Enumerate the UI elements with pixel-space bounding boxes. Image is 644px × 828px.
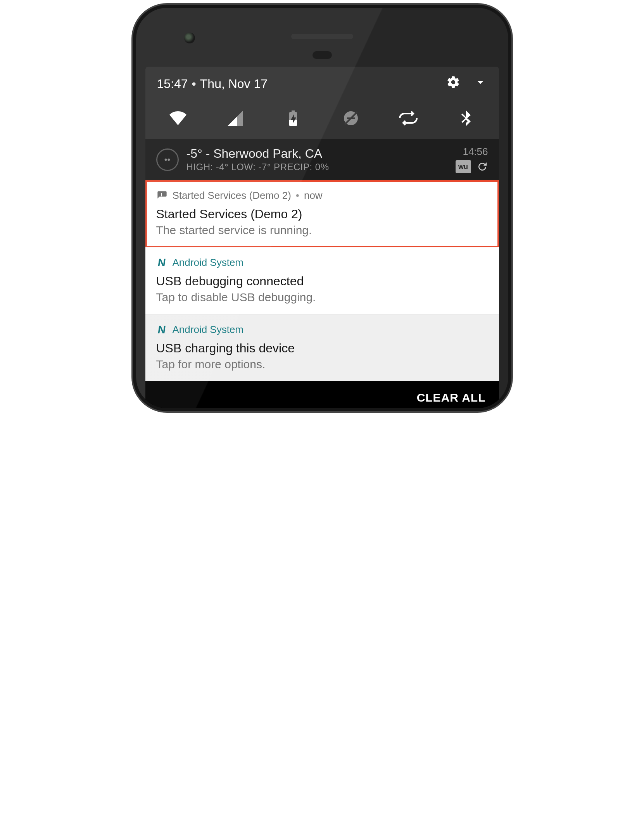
separator-dot: •	[192, 77, 196, 91]
battery-tile[interactable]	[283, 109, 303, 128]
do-not-disturb-tile[interactable]	[341, 109, 361, 128]
notification-list: Started Services (Demo 2) • now Started …	[145, 180, 499, 381]
weather-details: HIGH: -4° LOW: -7° PRECIP: 0%	[186, 162, 448, 172]
quick-settings-tiles	[145, 101, 499, 139]
notification-when: now	[304, 190, 323, 202]
phone-bezel-top	[145, 20, 499, 55]
weather-notification[interactable]: •• -5° - Sherwood Park, CA HIGH: -4° LOW…	[145, 139, 499, 180]
quick-settings-header[interactable]: 15:47 • Thu, Nov 17	[145, 67, 499, 101]
bluetooth-tile[interactable]	[456, 109, 476, 128]
separator-dot: •	[296, 190, 299, 202]
refresh-icon[interactable]	[477, 161, 488, 172]
cellular-tile[interactable]	[226, 109, 245, 128]
notification-usb-charging[interactable]: N Android System USB charging this devic…	[145, 314, 499, 381]
settings-icon[interactable]	[446, 75, 460, 92]
time-date[interactable]: 15:47 • Thu, Nov 17	[157, 77, 268, 91]
clock-date: Thu, Nov 17	[200, 77, 268, 91]
notification-app-name: Started Services (Demo 2)	[173, 190, 291, 202]
notification-title: USB charging this device	[156, 341, 488, 355]
weather-provider-badge: wu	[456, 160, 471, 173]
earpiece-speaker	[291, 34, 353, 39]
chevron-down-icon[interactable]	[473, 75, 487, 92]
notification-body: Tap for more options.	[156, 358, 488, 371]
clock-time: 15:47	[157, 77, 188, 91]
screen: 15:47 • Thu, Nov 17	[145, 67, 499, 408]
notification-body: The started service is running.	[156, 224, 488, 237]
clear-all-label: CLEAR ALL	[417, 391, 486, 404]
notification-app-name: Android System	[173, 324, 244, 336]
weather-title: -5° - Sherwood Park, CA	[186, 147, 448, 161]
android-n-icon: N	[156, 324, 168, 336]
wifi-tile[interactable]	[168, 109, 188, 128]
notification-app-name: Android System	[173, 257, 244, 269]
notification-title: Started Services (Demo 2)	[156, 207, 488, 221]
notification-usb-debugging[interactable]: N Android System USB debugging connected…	[145, 247, 499, 314]
phone-frame: 15:47 • Thu, Nov 17	[136, 8, 508, 408]
weather-timestamp: 14:56	[463, 146, 488, 158]
notification-started-services[interactable]: Started Services (Demo 2) • now Started …	[145, 180, 499, 247]
android-n-icon: N	[156, 257, 168, 269]
weather-condition-icon: ••	[156, 148, 179, 171]
notification-body: Tap to disable USB debugging.	[156, 291, 488, 304]
proximity-sensor	[313, 51, 332, 59]
clear-all-button[interactable]: CLEAR ALL	[145, 381, 499, 408]
auto-rotate-tile[interactable]	[399, 109, 418, 128]
app-icon	[156, 190, 168, 202]
notification-title: USB debugging connected	[156, 274, 488, 288]
front-camera	[184, 33, 195, 43]
